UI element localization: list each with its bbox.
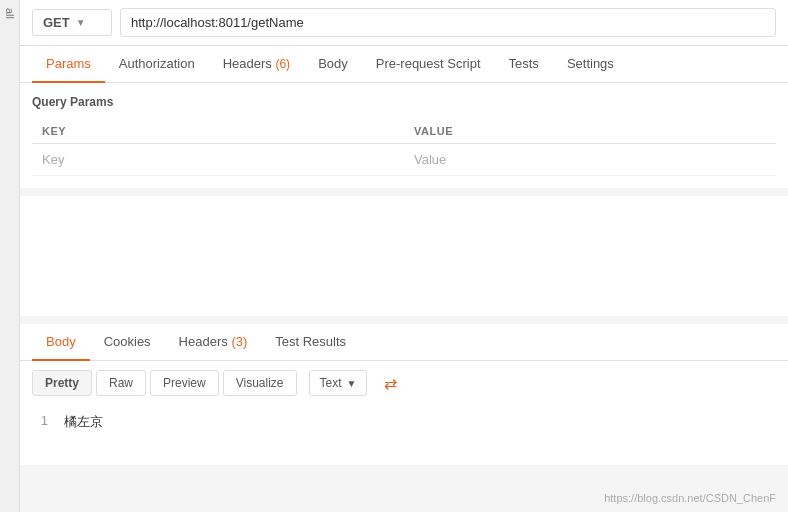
response-tab-cookies[interactable]: Cookies [90,324,165,361]
code-content: 橘左京 [64,413,103,431]
tab-pre-request-script[interactable]: Pre-request Script [362,46,495,83]
key-column-header: KEY [32,119,404,144]
value-cell[interactable]: Value [404,144,776,176]
value-column-header: VALUE [404,119,776,144]
pretty-button[interactable]: Pretty [32,370,92,396]
watermark: https://blog.csdn.net/CSDN_ChenF [604,492,776,504]
method-chevron-icon: ▼ [76,17,86,28]
response-tabs: Body Cookies Headers (3) Test Results [20,324,788,361]
preview-button[interactable]: Preview [150,370,219,396]
response-headers-badge: (3) [231,334,247,349]
tab-authorization[interactable]: Authorization [105,46,209,83]
format-dropdown-label: Text [320,376,342,390]
url-input[interactable] [120,8,776,37]
top-bar: GET ▼ [20,0,788,46]
tab-params[interactable]: Params [32,46,105,83]
params-table: KEY VALUE Key Value [32,119,776,176]
sidebar-all-label[interactable]: all [4,8,16,19]
response-tab-headers[interactable]: Headers (3) [165,324,262,361]
headers-badge: (6) [275,57,290,71]
method-label: GET [43,15,70,30]
tab-body[interactable]: Body [304,46,362,83]
code-line: 1 橘左京 [32,413,776,431]
response-section: Body Cookies Headers (3) Test Results Pr… [20,324,788,465]
wrap-button[interactable]: ⇄ [375,369,405,397]
response-tab-test-results[interactable]: Test Results [261,324,360,361]
key-cell[interactable]: Key [32,144,404,176]
raw-button[interactable]: Raw [96,370,146,396]
format-dropdown-arrow: ▼ [347,378,357,389]
spacer [20,188,788,196]
query-params-title: Query Params [32,95,776,109]
empty-area [20,196,788,316]
response-body: 1 橘左京 [20,405,788,465]
visualize-button[interactable]: Visualize [223,370,297,396]
query-params-section: Query Params KEY VALUE Key Value [20,83,788,188]
tab-tests[interactable]: Tests [495,46,553,83]
response-toolbar: Pretty Raw Preview Visualize Text ▼ ⇄ [20,361,788,405]
tab-headers[interactable]: Headers (6) [209,46,304,83]
table-row: Key Value [32,144,776,176]
method-select[interactable]: GET ▼ [32,9,112,36]
request-tabs: Params Authorization Headers (6) Body Pr… [20,46,788,83]
response-tab-body[interactable]: Body [32,324,90,361]
format-dropdown[interactable]: Text ▼ [309,370,368,396]
wrap-icon: ⇄ [384,374,397,393]
line-number: 1 [32,413,48,431]
tab-settings[interactable]: Settings [553,46,628,83]
